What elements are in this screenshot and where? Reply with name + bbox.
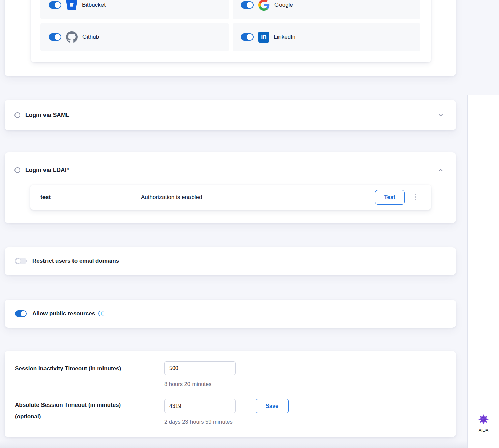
aida-flower-icon [477,413,490,426]
vertical-divider [467,95,468,448]
provider-row-bitbucket: Bitbucket [40,0,229,19]
chevron-up-icon[interactable] [438,167,444,175]
save-button[interactable]: Save [256,399,289,413]
ldap-section-header[interactable]: Login via LDAP [14,167,69,174]
github-icon [66,31,78,43]
saml-section-card[interactable]: Login via SAML [5,100,456,130]
oauth-providers-inner-card: Bitbucket Google Github [31,0,431,62]
google-icon [258,0,270,11]
restrict-email-domains-toggle[interactable] [15,258,27,264]
oauth-providers-card: Bitbucket Google Github [5,0,456,76]
info-icon[interactable]: i [98,311,104,316]
inactivity-timeout-hint: 8 hours 20 minutes [164,381,211,387]
ldap-radio[interactable] [14,167,20,173]
github-toggle[interactable] [49,33,61,41]
provider-label: Bitbucket [82,2,106,8]
absolute-timeout-hint: 2 days 23 hours 59 minutes [164,419,233,425]
toggle-knob [55,34,61,40]
ldap-test-button[interactable]: Test [375,190,405,205]
bitbucket-icon [66,0,77,10]
google-toggle[interactable] [241,1,254,9]
allow-public-resources-label: Allow public resourcesi [32,310,104,317]
assistant-side-panel [468,95,499,448]
provider-row-github: Github [40,23,229,51]
linkedin-toggle[interactable] [241,33,254,41]
allow-public-resources-toggle[interactable] [15,310,27,317]
toggle-knob [247,2,253,8]
ldap-entry-row: test Authorization is enabled Test [30,185,431,210]
ldap-entry-name: test [40,185,51,210]
ldap-section-card: Login via LDAP test Authorization is ena… [5,152,456,223]
absolute-timeout-label: Absolute Session Timeout (in minutes) (o… [15,399,150,422]
saml-radio[interactable] [14,112,20,118]
provider-row-google: Google [233,0,420,19]
inactivity-timeout-label: Session Inactivity Timeout (in minutes) [15,363,121,374]
absolute-timeout-input[interactable] [164,399,236,413]
provider-label: Google [274,2,293,8]
provider-row-linkedin: in LinkedIn [233,23,420,51]
saml-section-title: Login via SAML [25,112,69,119]
allow-public-resources-card: Allow public resourcesi [5,300,456,328]
bitbucket-toggle[interactable] [49,1,61,9]
toggle-knob [247,34,253,40]
linkedin-icon: in [258,32,269,43]
bottom-fade [0,441,467,448]
inactivity-timeout-input[interactable] [164,361,236,375]
toggle-knob [16,258,21,264]
ldap-entry-status: Authorization is enabled [141,185,202,210]
ldap-section-title: Login via LDAP [25,167,69,174]
session-settings-card: Session Inactivity Timeout (in minutes) … [5,351,456,437]
toggle-knob [55,2,61,8]
chevron-down-icon[interactable] [438,112,444,119]
kebab-menu-icon[interactable] [413,193,417,201]
assistant-badge-label: AIDA [473,428,494,433]
assistant-badge[interactable]: AIDA [473,413,494,433]
restrict-email-domains-card: Restrict users to email domains [5,247,456,275]
toggle-knob [21,311,26,316]
provider-label: Github [82,34,99,40]
restrict-email-domains-label: Restrict users to email domains [32,258,119,264]
provider-label: LinkedIn [274,34,295,40]
